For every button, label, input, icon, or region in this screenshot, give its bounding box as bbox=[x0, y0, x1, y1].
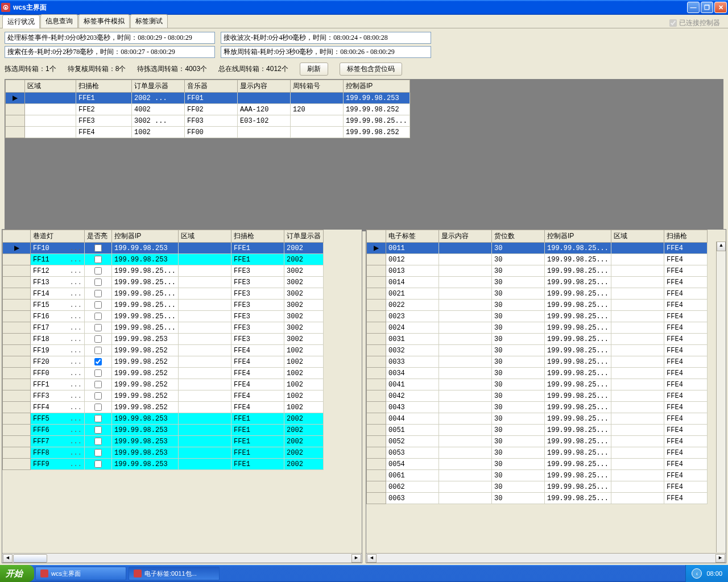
cell[interactable]: 199.99.98.25... bbox=[545, 459, 611, 470]
table-row[interactable]: FF16...199.99.98.25...FFE33002 bbox=[3, 311, 324, 322]
table-row[interactable]: FFF8...199.99.98.253FFE12002 bbox=[3, 447, 324, 459]
cell[interactable] bbox=[611, 265, 664, 277]
left-h-scroll[interactable]: ◄ ► bbox=[2, 553, 362, 563]
cell[interactable]: 199.99.98.25... bbox=[344, 115, 410, 127]
cell[interactable]: 199.99.98.25... bbox=[545, 493, 611, 504]
cell[interactable]: 30 bbox=[492, 345, 545, 356]
row-header[interactable] bbox=[3, 447, 31, 459]
cell[interactable]: 199.99.98.25... bbox=[545, 243, 611, 254]
cell[interactable] bbox=[25, 93, 76, 104]
cell[interactable] bbox=[439, 277, 492, 288]
cell[interactable]: FFF0... bbox=[31, 368, 85, 379]
cell[interactable]: FFE3 bbox=[231, 300, 284, 311]
cell[interactable]: 199.99.98.253 bbox=[112, 436, 179, 447]
cell[interactable]: FFE4 bbox=[664, 277, 708, 288]
table-row[interactable]: 004330199.99.98.25...FFE4 bbox=[367, 402, 708, 413]
cell[interactable]: 0062 bbox=[386, 481, 439, 493]
cell[interactable]: FFE1 bbox=[231, 459, 284, 470]
row-header[interactable] bbox=[3, 265, 31, 277]
table-row[interactable]: 001330199.99.98.25...FFE4 bbox=[367, 265, 708, 277]
cell[interactable] bbox=[179, 345, 231, 356]
cell[interactable] bbox=[179, 288, 231, 300]
checkbox-cell[interactable] bbox=[85, 277, 112, 288]
row-header[interactable] bbox=[367, 470, 386, 481]
cell[interactable]: 120 bbox=[291, 104, 344, 115]
cell[interactable]: FFF5... bbox=[31, 413, 85, 425]
cell[interactable] bbox=[439, 300, 492, 311]
cell[interactable] bbox=[439, 390, 492, 402]
table-row[interactable]: 001430199.99.98.25...FFE4 bbox=[367, 277, 708, 288]
cell[interactable]: FFE4 bbox=[664, 379, 708, 390]
cell[interactable]: 199.99.98.253 bbox=[112, 425, 179, 436]
cell[interactable] bbox=[439, 243, 492, 254]
scroll-left-icon[interactable]: ◄ bbox=[367, 554, 377, 563]
cell[interactable] bbox=[439, 322, 492, 334]
table-row[interactable]: 003230199.99.98.25...FFE4 bbox=[367, 345, 708, 356]
cell[interactable]: 0014 bbox=[386, 277, 439, 288]
left-grid-panel[interactable]: 巷道灯是否亮控制器IP区域扫描枪订单显示器▶FF10...199.99.98.2… bbox=[2, 229, 362, 563]
cell[interactable] bbox=[179, 413, 231, 425]
cell[interactable]: 199.99.98.25... bbox=[545, 300, 611, 311]
cell[interactable]: 199.99.98.25... bbox=[545, 470, 611, 481]
checkbox-cell[interactable] bbox=[85, 368, 112, 379]
row-header[interactable] bbox=[3, 277, 31, 288]
cell[interactable]: 30 bbox=[492, 265, 545, 277]
cell[interactable]: 30 bbox=[492, 447, 545, 459]
cell[interactable]: 2002 bbox=[284, 447, 324, 459]
cell[interactable]: 199.99.98.252 bbox=[344, 127, 410, 138]
right-grid-panel[interactable]: 电子标签显示内容货位数控制器IP区域扫描枪▶001130199.99.98.25… bbox=[366, 229, 726, 563]
cell[interactable] bbox=[611, 356, 664, 368]
cell[interactable]: FFE3 bbox=[76, 115, 132, 127]
cell[interactable] bbox=[179, 254, 231, 265]
cell[interactable] bbox=[611, 368, 664, 379]
cell[interactable]: FF01 bbox=[185, 93, 238, 104]
cell[interactable]: FF03 bbox=[185, 115, 238, 127]
table-row[interactable]: 004430199.99.98.25...FFE4 bbox=[367, 413, 708, 425]
cell[interactable] bbox=[611, 481, 664, 493]
cell[interactable]: FFE1 bbox=[231, 413, 284, 425]
cell[interactable] bbox=[611, 277, 664, 288]
cell[interactable]: 199.99.98.25... bbox=[112, 311, 179, 322]
cell[interactable]: FF11... bbox=[31, 254, 85, 265]
scroll-up-icon[interactable]: ▲ bbox=[717, 242, 726, 251]
cell[interactable]: FFE4 bbox=[664, 413, 708, 425]
table-row[interactable]: FF12...199.99.98.25...FFE33002 bbox=[3, 265, 324, 277]
cell[interactable] bbox=[25, 127, 76, 138]
row-header[interactable] bbox=[367, 368, 386, 379]
cell[interactable]: 199.99.98.253 bbox=[112, 334, 179, 345]
cell[interactable]: FF19... bbox=[31, 345, 85, 356]
cell[interactable]: 0063 bbox=[386, 493, 439, 504]
cell[interactable]: 30 bbox=[492, 288, 545, 300]
cell[interactable] bbox=[179, 277, 231, 288]
cell[interactable]: 30 bbox=[492, 390, 545, 402]
cell[interactable]: FF00 bbox=[185, 127, 238, 138]
table-row[interactable]: ▶FF10...199.99.98.253FFE12002 bbox=[3, 243, 324, 254]
cell[interactable]: FFF8... bbox=[31, 447, 85, 459]
cell[interactable]: 199.99.98.25... bbox=[545, 402, 611, 413]
cell[interactable]: 199.99.98.25... bbox=[545, 368, 611, 379]
cell[interactable]: 199.99.98.25... bbox=[545, 311, 611, 322]
cell[interactable]: 30 bbox=[492, 425, 545, 436]
col-header[interactable]: 控制器IP bbox=[545, 230, 611, 243]
scroll-right-icon[interactable]: ► bbox=[351, 554, 361, 563]
row-header[interactable] bbox=[3, 334, 31, 345]
col-header[interactable]: 扫描枪 bbox=[231, 230, 284, 243]
cell[interactable]: 3002 bbox=[284, 265, 324, 277]
cell[interactable] bbox=[291, 115, 344, 127]
cell[interactable] bbox=[611, 425, 664, 436]
cell[interactable]: FFE4 bbox=[231, 390, 284, 402]
cell[interactable]: 199.99.98.252 bbox=[112, 379, 179, 390]
cell[interactable]: FFE1 bbox=[76, 93, 132, 104]
cell[interactable]: FFE4 bbox=[664, 390, 708, 402]
table-row[interactable]: FFF1...199.99.98.252FFE41002 bbox=[3, 379, 324, 390]
cell[interactable] bbox=[439, 288, 492, 300]
table-row[interactable]: 002330199.99.98.25...FFE4 bbox=[367, 311, 708, 322]
checkbox-cell[interactable] bbox=[85, 356, 112, 368]
row-header[interactable] bbox=[3, 390, 31, 402]
cell[interactable] bbox=[611, 493, 664, 504]
cell[interactable]: FFE4 bbox=[231, 345, 284, 356]
cell[interactable]: FFF3... bbox=[31, 390, 85, 402]
cell[interactable] bbox=[179, 379, 231, 390]
cell[interactable]: E03-102 bbox=[238, 115, 291, 127]
col-header[interactable]: 扫描枪 bbox=[664, 230, 708, 243]
